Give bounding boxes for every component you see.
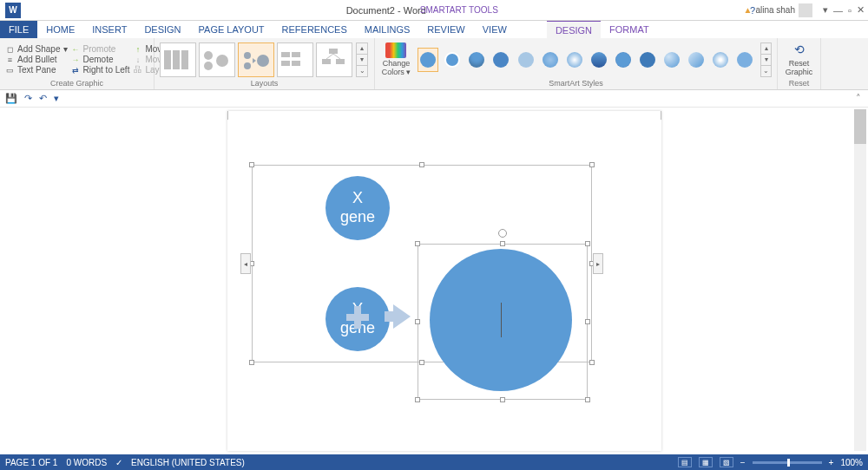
layout-thumb-3-selected[interactable] <box>238 42 274 77</box>
user-account[interactable]: ▲ alina shah <box>744 3 813 17</box>
smartart-frame[interactable]: ◂ ▸ X gene Y gene <box>252 165 592 362</box>
svg-rect-1 <box>173 50 180 69</box>
resize-handle[interactable] <box>249 162 254 167</box>
tab-home[interactable]: HOME <box>37 21 83 38</box>
change-colors-icon <box>385 42 406 58</box>
tab-design[interactable]: DESIGN <box>135 21 189 38</box>
ribbon-options-icon[interactable]: ▾ <box>823 4 828 16</box>
layout-thumb-5[interactable] <box>316 42 352 77</box>
document-title: Document2 - Word <box>346 5 426 16</box>
style-thumb-4[interactable] <box>490 48 511 72</box>
read-mode-button[interactable]: ▤ <box>678 457 692 467</box>
layouts-gallery <box>160 42 352 77</box>
style-thumb-1-selected[interactable] <box>418 48 438 72</box>
scrollbar-thumb[interactable] <box>854 109 866 144</box>
resize-handle[interactable] <box>585 241 590 246</box>
tab-insert[interactable]: INSERT <box>83 21 135 38</box>
resize-handle[interactable] <box>415 319 420 324</box>
tab-smartart-design[interactable]: DESIGN <box>547 21 601 38</box>
style-thumb-8[interactable] <box>589 48 609 72</box>
style-thumb-12[interactable] <box>686 48 707 72</box>
right-to-left-button[interactable]: ⇄Right to Left <box>71 65 130 75</box>
svg-line-16 <box>326 54 333 59</box>
tab-mailings[interactable]: MAILINGS <box>356 21 419 38</box>
style-thumb-11[interactable] <box>661 48 682 72</box>
undo-button[interactable]: ↶ <box>39 93 47 104</box>
resize-handle[interactable] <box>419 162 424 167</box>
rotate-handle[interactable] <box>498 229 507 238</box>
resize-handle[interactable] <box>249 360 254 365</box>
text-pane-toggle-left[interactable]: ◂ <box>240 253 251 274</box>
resize-handle[interactable] <box>585 397 590 402</box>
zoom-level[interactable]: 100% <box>840 458 863 467</box>
style-thumb-3[interactable] <box>466 48 487 72</box>
tab-smartart-format[interactable]: FORMAT <box>601 21 658 38</box>
style-thumb-6[interactable] <box>540 48 561 72</box>
undo-dropdown[interactable]: ▾ <box>54 93 59 104</box>
proofing-button[interactable]: ✓ <box>115 458 122 467</box>
style-thumb-13[interactable] <box>710 48 731 72</box>
window-controls: ▾ — ▫ ✕ <box>823 4 865 16</box>
vertical-scrollbar[interactable] <box>854 109 866 451</box>
smartart-node-x-gene[interactable]: X gene <box>326 176 390 240</box>
svg-rect-15 <box>336 59 345 64</box>
tab-view[interactable]: VIEW <box>474 21 516 38</box>
page[interactable]: ◂ ▸ X gene Y gene <box>227 111 661 451</box>
resize-handle[interactable] <box>500 397 505 402</box>
promote-button[interactable]: ←Promote <box>71 44 130 54</box>
add-bullet-button[interactable]: ≡Add Bullet <box>5 55 68 64</box>
language-button[interactable]: ENGLISH (UNITED STATES) <box>131 458 245 467</box>
tab-page-layout[interactable]: PAGE LAYOUT <box>190 21 273 38</box>
svg-rect-11 <box>281 61 290 66</box>
style-thumb-10[interactable] <box>637 48 658 72</box>
restore-button[interactable]: ▫ <box>848 5 852 16</box>
resize-handle[interactable] <box>415 241 420 246</box>
layout-thumb-4[interactable] <box>277 42 313 77</box>
styles-more[interactable]: ▴▾⌄ <box>760 42 772 77</box>
style-thumb-9[interactable] <box>613 48 634 72</box>
zoom-out-button[interactable]: − <box>740 458 746 467</box>
style-thumb-5[interactable] <box>516 48 536 72</box>
minimize-button[interactable]: — <box>833 5 843 16</box>
layout-thumb-2[interactable] <box>199 42 235 77</box>
repeat-button[interactable]: ↷ <box>24 93 32 104</box>
smartart-inner-selection[interactable] <box>418 244 588 400</box>
tab-review[interactable]: REVIEW <box>418 21 473 38</box>
add-shape-button[interactable]: ◻Add Shape ▾ <box>5 44 68 54</box>
resize-handle[interactable] <box>415 397 420 402</box>
status-bar: PAGE 1 OF 1 0 WORDS ✓ ENGLISH (UNITED ST… <box>0 454 868 470</box>
reset-graphic-button[interactable]: ⟲ ResetGraphic <box>783 42 815 77</box>
save-button[interactable]: 💾 <box>5 93 17 104</box>
zoom-in-button[interactable]: + <box>829 458 834 467</box>
layouts-more[interactable]: ▴▾⌄ <box>356 42 368 77</box>
collapse-ribbon-button[interactable]: ˄ <box>856 93 861 104</box>
change-colors-button[interactable]: ChangeColors ▾ <box>380 42 412 77</box>
style-thumb-14[interactable] <box>734 48 755 72</box>
text-pane-button[interactable]: ▭Text Pane <box>5 65 68 75</box>
resize-handle[interactable] <box>589 162 595 167</box>
document-area: ◂ ▸ X gene Y gene <box>0 108 868 454</box>
close-button[interactable]: ✕ <box>857 4 865 16</box>
page-indicator[interactable]: PAGE 1 OF 1 <box>5 458 57 467</box>
demote-button[interactable]: →Demote <box>71 55 130 64</box>
node-text: X <box>352 189 363 208</box>
svg-rect-9 <box>281 52 290 57</box>
resize-handle[interactable] <box>589 360 595 365</box>
layout-thumb-1[interactable] <box>160 42 196 77</box>
style-thumb-7[interactable] <box>564 48 585 72</box>
word-icon: W <box>5 3 21 18</box>
group-create-graphic: ◻Add Shape ▾ ≡Add Bullet ▭Text Pane ←Pro… <box>0 38 155 89</box>
text-pane-toggle-right[interactable]: ▸ <box>593 253 603 274</box>
print-layout-button[interactable]: ▦ <box>699 457 713 467</box>
svg-rect-12 <box>292 61 300 66</box>
tab-file[interactable]: FILE <box>0 21 37 38</box>
svg-point-3 <box>204 51 213 60</box>
zoom-slider-thumb[interactable] <box>787 459 790 467</box>
tab-references[interactable]: REFERENCES <box>273 21 356 38</box>
zoom-slider[interactable] <box>753 461 822 464</box>
resize-handle[interactable] <box>500 241 505 246</box>
word-count[interactable]: 0 WORDS <box>66 458 107 467</box>
web-layout-button[interactable]: ▧ <box>720 457 733 467</box>
resize-handle[interactable] <box>585 319 590 324</box>
style-thumb-2[interactable] <box>442 48 463 72</box>
